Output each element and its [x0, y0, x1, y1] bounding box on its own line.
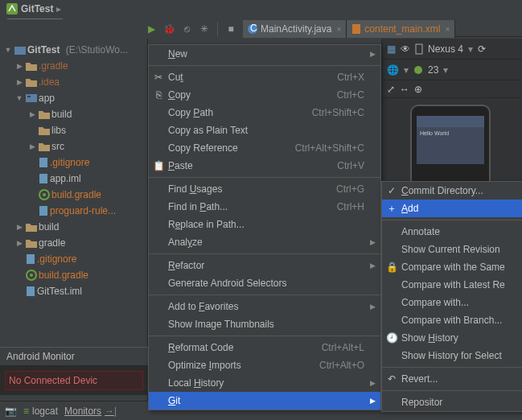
menu-item-reformat-code[interactable]: Reformat CodeCtrl+Alt+L [149, 339, 380, 356]
tree-item-build[interactable]: build [0, 219, 147, 235]
cut-icon: ✂ [152, 72, 165, 83]
tree-item--gitignore[interactable]: .gitignore [0, 154, 147, 171]
submenu-arrow-icon: ▶ [370, 379, 376, 387]
close-icon[interactable]: × [445, 25, 450, 34]
tree-item--gradle[interactable]: .gradle [0, 58, 147, 74]
tree-item-build-gradle[interactable]: build.gradle [0, 267, 147, 283]
submenu-arrow-icon: ▶ [370, 50, 376, 58]
svg-rect-6 [14, 47, 26, 55]
main-toolbar: ▶ 🐞 ⎋ ✳ ■ [0, 19, 243, 39]
profile-icon[interactable]: ✳ [198, 23, 211, 35]
tab-logcat[interactable]: ≡ logcat [23, 406, 58, 417]
screenshot-icon[interactable]: 📷 [5, 406, 17, 417]
svg-point-12 [43, 193, 46, 196]
fit-icon[interactable]: ↔ [400, 84, 409, 95]
svg-rect-18 [416, 44, 422, 54]
editor-tabs: C MainActivity.java × content_main.xml × [243, 19, 455, 39]
menu-item-compare-with-[interactable]: Compare with... [382, 294, 522, 311]
submenu-arrow-icon: ▶ [370, 261, 376, 270]
android-monitor-title[interactable]: Android Monitor [0, 348, 148, 365]
design-toolbar-3: ⤢ ↔ ⊕ [382, 80, 522, 98]
menu-item-optimize-imports[interactable]: Optimize ImportsCtrl+Alt+O [149, 356, 380, 374]
menu-item-git[interactable]: Git▶ [149, 392, 380, 410]
menu-item-local-history[interactable]: Local History▶ [149, 374, 380, 392]
menu-item-find-in-path-[interactable]: Find in Path...Ctrl+H [149, 198, 380, 216]
debug-icon[interactable]: 🐞 [162, 23, 175, 35]
menu-item-show-history-for-select[interactable]: Show History for Select [382, 347, 522, 364]
tree-item-build-gradle[interactable]: build.gradle [0, 187, 147, 203]
menu-item-compare-with-branch-[interactable]: Compare with Branch... [382, 311, 522, 329]
editor-tab-mainactivity[interactable]: C MainActivity.java × [243, 20, 347, 38]
run-icon[interactable]: ▶ [145, 23, 158, 35]
globe-icon[interactable]: 🌐 [387, 64, 399, 76]
design-toolbar-1: ▦ 👁 Nexus 4▾ ⟳ [382, 39, 522, 60]
commit-icon: ✓ [385, 185, 398, 196]
project-tree[interactable]: GitTest (E:\StutioWo... .gradle.ideaappb… [0, 39, 147, 303]
tree-item-proguard-rule-[interactable]: proguard-rule... [0, 203, 147, 219]
tree-item--gitignore[interactable]: .gitignore [0, 251, 147, 267]
menu-item-add[interactable]: ＋Add [382, 200, 522, 217]
tree-item-gradle[interactable]: gradle [0, 235, 147, 251]
menu-item-copy-as-plain-text[interactable]: Copy as Plain Text [149, 121, 380, 139]
menu-item-analyze[interactable]: Analyze▶ [149, 233, 380, 251]
device-preview: Hello World [410, 105, 499, 177]
menu-item-show-current-revision[interactable]: Show Current Revision [382, 241, 522, 258]
menu-item-new[interactable]: New▶ [149, 45, 380, 63]
copy-icon: ⎘ [152, 89, 165, 101]
menu-item-revert-[interactable]: ↶Revert... [382, 370, 522, 388]
svg-rect-8 [27, 96, 31, 97]
hist-icon: 🕘 [385, 332, 398, 344]
tree-item-libs[interactable]: libs [0, 122, 147, 138]
refresh-icon[interactable]: ⟳ [478, 43, 486, 55]
menu-item-add-to-favorites[interactable]: Add to Favorites▶ [149, 298, 380, 315]
svg-rect-7 [26, 94, 37, 102]
menu-item-show-history[interactable]: 🕘Show History [382, 329, 522, 347]
tree-item-build[interactable]: build [0, 106, 147, 122]
submenu-arrow-icon: ▶ [370, 238, 376, 246]
submenu-arrow-icon: ▶ [370, 303, 376, 311]
menu-item-commit-directory-[interactable]: ✓Commit Directory... [382, 182, 522, 200]
android-monitor-panel: Android Monitor No Connected Devic [0, 347, 148, 395]
menu-item-replace-in-path-[interactable]: Replace in Path... [149, 216, 380, 233]
menu-item-show-image-thumbnails[interactable]: Show Image Thumbnails [149, 315, 380, 333]
menu-item-refactor[interactable]: Refactor▶ [149, 257, 380, 274]
tree-item-src[interactable]: src [0, 138, 147, 154]
expand-icon[interactable]: ⤢ [387, 84, 395, 95]
tree-item-app[interactable]: app [0, 90, 147, 106]
close-icon[interactable]: × [336, 25, 341, 34]
menu-item-copy[interactable]: ⎘CopyCtrl+C [149, 86, 380, 104]
menu-item-copy-reference[interactable]: Copy ReferenceCtrl+Alt+Shift+C [149, 139, 380, 157]
menu-item-generate-android-selectors[interactable]: Generate Android Selectors [149, 274, 380, 292]
menu-item-annotate[interactable]: Annotate [382, 223, 522, 241]
tree-item-GitTest-iml[interactable]: GitTest.iml [0, 283, 147, 299]
svg-rect-10 [39, 174, 47, 183]
java-class-icon: C [248, 24, 257, 34]
menu-item-copy-path[interactable]: Copy PathCtrl+Shift+C [149, 104, 380, 121]
tab-monitors[interactable]: Monitors →| [64, 406, 117, 417]
palette-icon[interactable]: ▦ [387, 43, 396, 55]
tree-item-app-iml[interactable]: app.iml [0, 171, 147, 187]
eye-icon[interactable]: 👁 [401, 43, 410, 55]
attach-icon[interactable]: ⎋ [180, 23, 193, 35]
phone-icon[interactable] [415, 43, 423, 55]
context-menu: New▶✂CutCtrl+X⎘CopyCtrl+CCopy PathCtrl+S… [148, 44, 381, 410]
svg-rect-13 [39, 206, 47, 216]
menu-item-find-usages[interactable]: Find UsagesCtrl+G [149, 180, 380, 198]
svg-rect-9 [39, 158, 47, 167]
lock-icon: 🔒 [385, 261, 398, 273]
tree-root[interactable]: GitTest (E:\StutioWo... [0, 42, 147, 58]
menu-item-cut[interactable]: ✂CutCtrl+X [149, 68, 380, 86]
paste-icon: 📋 [152, 160, 165, 171]
menu-item-repositor[interactable]: Repositor [382, 393, 522, 411]
menu-item-compare-with-the-same[interactable]: 🔒Compare with the Same [382, 258, 522, 276]
menu-item-compare-with-latest-re[interactable]: Compare with Latest Re [382, 276, 522, 294]
menu-item-paste[interactable]: 📋PasteCtrl+V [149, 157, 380, 175]
editor-tab-contentmain[interactable]: content_main.xml × [347, 20, 455, 38]
stop-icon[interactable]: ■ [224, 23, 237, 35]
tree-item--idea[interactable]: .idea [0, 74, 147, 90]
revert-icon: ↶ [385, 373, 398, 385]
titlebar: GitTest ▸ [0, 0, 522, 18]
svg-rect-5 [352, 24, 360, 34]
zoom-icon[interactable]: ⊕ [414, 84, 422, 95]
svg-point-19 [414, 66, 422, 74]
